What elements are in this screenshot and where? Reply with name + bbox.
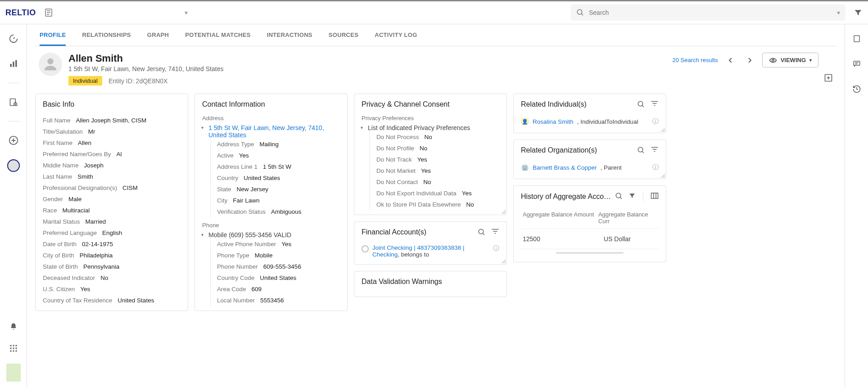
search-icon[interactable] — [615, 192, 623, 201]
label: Marital Status — [43, 218, 80, 225]
filter-icon[interactable] — [491, 228, 499, 236]
label: Country of Tax Residence — [43, 297, 112, 304]
profile-avatar — [39, 53, 62, 76]
column-header[interactable]: Aggregate Balance Curr — [598, 211, 657, 225]
add-panel-icon[interactable] — [824, 73, 833, 82]
section-label: Privacy Preferences — [362, 115, 499, 122]
card-title-text: Financial Account(s) — [362, 228, 426, 236]
prev-result-button[interactable] — [724, 54, 737, 67]
svg-rect-19 — [15, 345, 17, 346]
card-title-text: Related Individual(s) — [521, 100, 587, 108]
search-icon[interactable] — [637, 100, 645, 108]
svg-line-7 — [14, 37, 15, 39]
dashboard-icon[interactable] — [7, 32, 20, 45]
label: Address Type — [217, 141, 254, 148]
tab-graph[interactable]: GRAPH — [147, 24, 169, 46]
tab-potential-matches[interactable]: POTENTIAL MATCHES — [185, 24, 250, 46]
tab-interactions[interactable]: INTERACTIONS — [267, 24, 312, 46]
bookmark-icon[interactable] — [850, 32, 863, 45]
value: United States — [244, 175, 280, 181]
analytics-icon[interactable] — [7, 58, 20, 70]
label: Area Code — [217, 286, 246, 292]
column-header[interactable]: Aggregate Balance Amount — [523, 211, 598, 225]
card-title: Basic Info — [43, 100, 181, 108]
info-icon[interactable]: ⓘ — [493, 244, 499, 252]
label: Phone Type — [217, 252, 249, 259]
viewing-mode-button[interactable]: VIEWING ▾ — [762, 53, 818, 68]
filter-icon[interactable] — [651, 146, 659, 154]
next-result-button[interactable] — [743, 54, 756, 67]
person-icon: 👤 — [521, 117, 529, 126]
label: Address Line 1 — [217, 163, 258, 170]
svg-rect-48 — [651, 193, 658, 198]
related-individual-row[interactable]: 👤 Rosalina Smith, IndividualToIndividual… — [521, 115, 659, 128]
label: Ok to Store PII Data Elsewhere — [376, 201, 461, 208]
address-link[interactable]: 1 5th St W, Fair Lawn, New Jersey, 7410,… — [208, 124, 324, 139]
resize-handle[interactable] — [501, 209, 506, 214]
comment-icon[interactable] — [850, 58, 863, 70]
help-widget[interactable] — [6, 364, 21, 382]
columns-icon[interactable] — [651, 192, 659, 201]
search-icon[interactable] — [637, 146, 645, 154]
search-icon[interactable] — [478, 228, 486, 236]
history-table-row[interactable]: 12500 US Dollar — [521, 229, 659, 249]
card-title: History of Aggregate Acco… — [521, 192, 659, 201]
search-scope-dropdown[interactable]: ▾ — [837, 9, 840, 16]
search-icon — [576, 9, 584, 17]
related-link[interactable]: Barnett Brass & Copper — [533, 164, 597, 171]
svg-point-26 — [47, 58, 53, 64]
label: Date of Birth — [43, 241, 77, 248]
label: Deceased Indicator — [43, 274, 95, 281]
privacy-list-label: List of Indicated Privacy Preferences — [368, 124, 470, 131]
svg-rect-9 — [13, 62, 14, 67]
label: City of Birth — [43, 252, 74, 259]
tab-sources[interactable]: SOURCES — [329, 24, 358, 46]
label: State of Birth — [43, 263, 78, 270]
search-input[interactable] — [589, 9, 833, 16]
tab-relationships[interactable]: RELATIONSHIPS — [82, 24, 131, 46]
svg-point-41 — [638, 147, 643, 152]
svg-rect-24 — [13, 351, 14, 352]
context-dropdown[interactable]: ▾ — [185, 9, 188, 16]
resize-handle[interactable] — [501, 259, 506, 263]
global-filter-button[interactable] — [854, 8, 863, 17]
info-icon[interactable]: ⓘ — [652, 163, 659, 171]
apps-icon[interactable] — [7, 342, 20, 355]
info-icon[interactable]: ⓘ — [652, 117, 659, 126]
label: Do Not Contact — [376, 179, 418, 185]
card-title-text: Related Organization(s) — [521, 146, 597, 154]
add-icon[interactable] — [7, 134, 20, 147]
svg-line-42 — [642, 151, 644, 153]
relation-text: , Parent — [601, 164, 622, 171]
label: Do Not Export Individual Data — [376, 190, 457, 197]
search-results-link[interactable]: 20 Search results — [672, 57, 718, 63]
privacy-card: Privacy & Channel Consent Privacy Prefer… — [354, 94, 507, 215]
horizontal-scrollbar[interactable] — [556, 252, 624, 254]
bell-icon[interactable] — [7, 320, 20, 333]
value: Yes — [80, 286, 90, 292]
search-box[interactable]: ▾ — [571, 4, 845, 21]
clipboard-icon[interactable] — [41, 5, 56, 20]
related-organization-row[interactable]: 🏢 Barnett Brass & Copper, Parent ⓘ — [521, 161, 659, 174]
value: CISM — [122, 184, 138, 191]
value: Yes — [462, 190, 472, 197]
search-list-icon[interactable] — [7, 96, 20, 108]
tab-activity-log[interactable]: ACTIVITY LOG — [375, 24, 417, 46]
value: Ambiguous — [271, 208, 302, 215]
value: Yes — [417, 156, 427, 163]
current-entity-avatar[interactable] — [7, 159, 20, 172]
label: Do Not Track — [376, 156, 412, 163]
filter-icon[interactable] — [651, 100, 659, 108]
resize-handle[interactable] — [660, 127, 665, 132]
related-link[interactable]: Rosalina Smith — [533, 118, 574, 125]
card-title: Data Validation Warnings — [362, 278, 499, 286]
history-icon[interactable] — [850, 83, 863, 95]
profile-name: Allen Smith — [68, 53, 672, 64]
basic-info-card: Basic Info Full NameAllen Joseph Smith, … — [35, 94, 188, 311]
tab-profile[interactable]: PROFILE — [40, 24, 66, 46]
resize-handle[interactable] — [660, 173, 665, 178]
label: Country — [217, 175, 238, 181]
contact-info-card: Contact Information Address 1 5th St W, … — [194, 94, 348, 311]
financial-account-row[interactable]: Joint Checking | 4837309383838 | Checkin… — [362, 243, 499, 260]
filter-funnel-icon[interactable] — [628, 192, 636, 201]
